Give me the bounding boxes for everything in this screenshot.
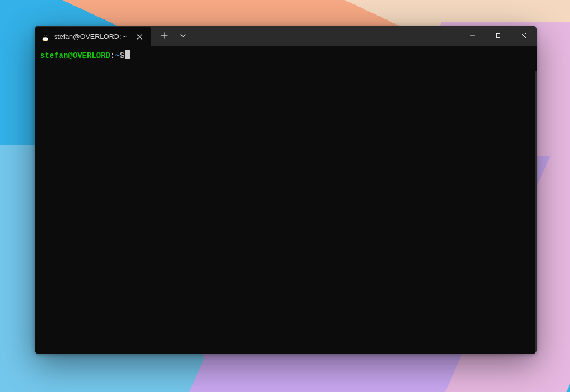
terminal-body[interactable]: stefan@OVERLORD:~$ xyxy=(35,46,537,354)
window-titlebar[interactable]: stefan@OVERLORD: ~ xyxy=(35,26,537,46)
prompt-symbol: $ xyxy=(120,51,124,60)
desktop-wallpaper: stefan@OVERLORD: ~ xyxy=(0,0,570,392)
scrollbar[interactable] xyxy=(535,71,537,353)
titlebar-drag-region[interactable] xyxy=(193,26,460,46)
chevron-down-icon xyxy=(180,32,186,39)
text-cursor xyxy=(125,50,130,59)
svg-point-5 xyxy=(45,35,45,36)
maximize-icon xyxy=(495,33,501,38)
prompt-user-host: stefan@OVERLORD xyxy=(40,51,110,60)
tab-title: stefan@OVERLORD: ~ xyxy=(54,33,129,41)
new-tab-button[interactable] xyxy=(155,26,174,45)
tab-active[interactable]: stefan@OVERLORD: ~ xyxy=(35,27,151,47)
tab-strip: stefan@OVERLORD: ~ xyxy=(35,26,151,46)
terminal-window: stefan@OVERLORD: ~ xyxy=(35,26,537,354)
profile-dropdown-button[interactable] xyxy=(174,26,193,45)
prompt-path: ~ xyxy=(115,51,119,60)
tux-icon xyxy=(41,33,50,41)
tab-actions xyxy=(155,26,193,46)
plus-icon xyxy=(161,32,168,39)
prompt-line: stefan@OVERLORD:~$ xyxy=(40,50,531,61)
svg-point-1 xyxy=(43,33,47,38)
minimize-icon xyxy=(470,33,475,38)
window-controls xyxy=(460,26,537,46)
svg-rect-7 xyxy=(497,34,500,38)
window-minimize-button[interactable] xyxy=(460,26,485,46)
window-close-button[interactable] xyxy=(511,26,537,46)
tab-close-button[interactable] xyxy=(134,31,146,43)
window-maximize-button[interactable] xyxy=(485,26,511,46)
close-icon xyxy=(521,33,527,38)
svg-point-6 xyxy=(46,35,46,36)
